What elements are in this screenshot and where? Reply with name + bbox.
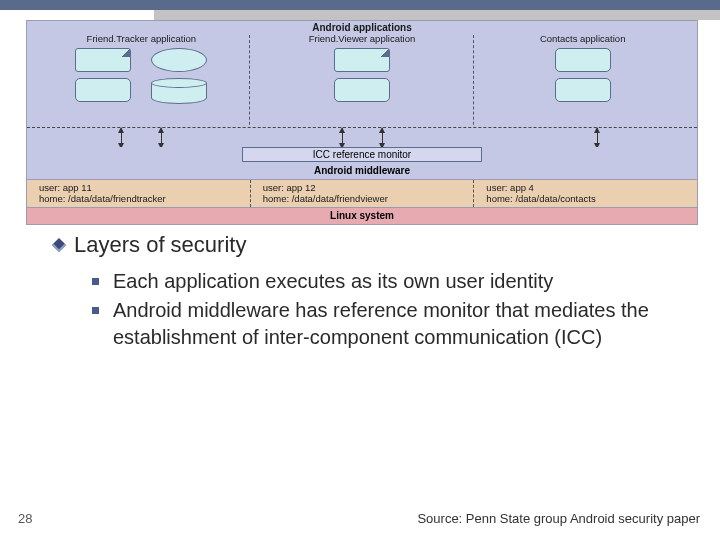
user-home: home: /data/data/friendtracker [39, 193, 244, 204]
app-column-title: Friend.Viewer application [252, 33, 473, 44]
service-icon [151, 48, 207, 72]
square-bullet-icon [92, 278, 99, 285]
column-divider [249, 35, 250, 135]
architecture-diagram: Android applications Friend.Tracker appl… [26, 20, 698, 225]
icc-arrow-icon [382, 128, 383, 148]
source-citation: Source: Penn State group Android securit… [417, 511, 700, 526]
square-bullet-icon [92, 307, 99, 314]
user-id: user: app 12 [263, 182, 468, 193]
list-item: Each application executes as its own use… [92, 268, 700, 295]
user-column: user: app 4 home: /data/data/contacts [473, 180, 697, 207]
app-column: Friend.Viewer application [252, 33, 473, 125]
page-number: 28 [18, 511, 32, 526]
apps-layer-title: Android applications [27, 21, 697, 33]
middleware-title: Android middleware [27, 165, 697, 179]
heading-text: Layers of security [74, 232, 246, 258]
column-divider [473, 35, 474, 135]
activity-icon [75, 48, 131, 72]
slide-body: Layers of security Each application exec… [54, 232, 700, 353]
user-column: user: app 12 home: /data/data/friendview… [250, 180, 474, 207]
bullet-text: Android middleware has reference monitor… [113, 297, 700, 351]
receiver-icon [555, 48, 611, 72]
middleware-layer: ICC reference monitor Android middleware [27, 147, 697, 179]
user-id: user: app 11 [39, 182, 244, 193]
bullet-list: Each application executes as its own use… [92, 268, 700, 351]
icc-arrow-icon [161, 128, 162, 148]
heading-row: Layers of security [54, 232, 700, 258]
apps-layer: Android applications Friend.Tracker appl… [27, 21, 697, 127]
icc-arrow-icon [597, 128, 598, 148]
app-column: Friend.Tracker application [31, 33, 252, 125]
linux-layer: Linux system [27, 207, 697, 224]
user-home: home: /data/data/contacts [486, 193, 691, 204]
slide-gray-band [154, 10, 720, 20]
activity-icon [334, 48, 390, 72]
bullet-text: Each application executes as its own use… [113, 268, 553, 295]
app-column-title: Contacts application [472, 33, 693, 44]
receiver-icon [334, 78, 390, 102]
user-column: user: app 11 home: /data/data/friendtrac… [27, 180, 250, 207]
user-home: home: /data/data/friendviewer [263, 193, 468, 204]
app-column-title: Friend.Tracker application [31, 33, 252, 44]
slide-top-accent [0, 0, 720, 10]
icc-arrow-icon [121, 128, 122, 148]
icc-arrow-band [27, 127, 697, 147]
list-item: Android middleware has reference monitor… [92, 297, 700, 351]
icc-arrow-icon [342, 128, 343, 148]
user-id: user: app 4 [486, 182, 691, 193]
receiver-icon [555, 78, 611, 102]
receiver-icon [75, 78, 131, 102]
app-column: Contacts application [472, 33, 693, 125]
users-layer: user: app 11 home: /data/data/friendtrac… [27, 179, 697, 207]
icc-monitor-box: ICC reference monitor [242, 147, 482, 162]
diamond-bullet-icon [52, 238, 66, 252]
provider-icon [151, 78, 207, 104]
